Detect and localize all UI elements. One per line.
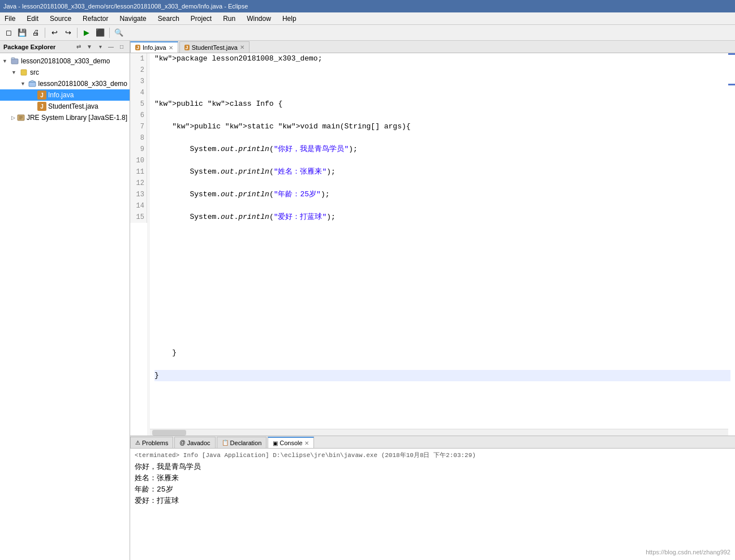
bottom-tab-label-declaration: Declaration	[230, 440, 262, 446]
search-btn[interactable]: 🔍	[113, 27, 125, 39]
sidebar-content: ▼lesson20181008_x303_demo▼src▼lesson2018…	[0, 53, 130, 560]
editor-area[interactable]: 123456789101112131415 "kw">package lesso…	[130, 53, 735, 436]
line-number-1: 1	[132, 53, 144, 64]
sidebar-max-btn[interactable]: □	[117, 42, 126, 51]
line-numbers: 123456789101112131415	[130, 53, 147, 223]
console-output-line: 爱好：打蓝球	[135, 496, 730, 507]
window-title: Java - lesson20181008_x303_demo/src/less…	[3, 3, 248, 10]
menu-item-navigate[interactable]: Navigate	[117, 14, 148, 24]
right-panel: JInfo.java✕JStudentTest.java✕ 1234567891…	[130, 41, 735, 560]
menu-item-refactor[interactable]: Refactor	[80, 14, 110, 24]
menu-bar: FileEditSourceRefactorNavigateSearchProj…	[0, 12, 735, 25]
editor-tab-Info_java[interactable]: JInfo.java✕	[130, 41, 178, 53]
overview-ruler[interactable]	[728, 53, 735, 436]
line-number-7: 7	[132, 121, 144, 132]
toolbar-sep-1	[45, 28, 45, 38]
line-number-10: 10	[132, 155, 144, 166]
menu-item-source[interactable]: Source	[48, 14, 74, 24]
bottom-tab-problems[interactable]: ⚠Problems	[130, 437, 173, 448]
tree-arrow: ▷	[11, 115, 17, 120]
bottom-tab-label-problems: Problems	[142, 440, 168, 446]
tab-java-icon: J	[184, 45, 190, 50]
code-content[interactable]: "kw">package lesson20181008_x303_demo; "…	[150, 53, 735, 393]
sidebar-menu-btn[interactable]: ▾	[96, 42, 105, 51]
toolbar: ◻ 💾 🖨 ↩ ↪ ▶ ⬛ 🔍	[0, 25, 735, 41]
editor-hscroll[interactable]	[150, 429, 728, 436]
bottom-tab-console[interactable]: ▣Console✕	[268, 437, 313, 448]
line-number-4: 4	[132, 87, 144, 98]
menu-item-run[interactable]: Run	[221, 14, 238, 24]
sidebar-header-icons: ⇄ ▼ ▾ — □	[74, 42, 126, 51]
toolbar-sep-3	[109, 28, 110, 38]
back-btn[interactable]: ↩	[48, 27, 61, 39]
tree-item-studenttest.java[interactable]: JStudentTest.java	[0, 101, 130, 112]
svg-rect-1	[11, 58, 15, 59]
bottom-tab-declaration[interactable]: 📋Declaration	[217, 437, 267, 448]
console-content: <terminated> Info [Java Application] D:\…	[130, 449, 735, 560]
tree-arrow: ▼	[20, 81, 28, 87]
bottom-tab-icon-declaration: 📋	[222, 440, 229, 446]
line-number-12: 12	[132, 178, 144, 189]
bottom-tab-close-btn[interactable]: ✕	[304, 440, 309, 446]
svg-rect-3	[29, 82, 36, 87]
code-line-8: System.out.println("爱好：打蓝球");	[154, 212, 730, 223]
debug-btn[interactable]: ⬛	[94, 27, 106, 39]
tree-item-src[interactable]: ▼src	[0, 67, 130, 78]
tree-icon-project	[10, 57, 19, 66]
new-btn[interactable]: ◻	[2, 27, 15, 39]
tree-item-lesson20181008_x303_demo[interactable]: ▼lesson20181008_x303_demo	[0, 78, 130, 89]
console-output-line: 年龄：25岁	[135, 484, 730, 496]
bottom-tab-label-javadoc: Javadoc	[187, 440, 210, 446]
sidebar-title: Package Explorer	[3, 44, 55, 50]
code-line-15: }	[154, 370, 730, 381]
save-btn[interactable]: 💾	[16, 27, 28, 39]
tree-icon-package	[28, 79, 36, 88]
line-number-9: 9	[132, 144, 144, 155]
tree-label: Info.java	[48, 91, 74, 99]
console-header: <terminated> Info [Java Application] D:\…	[135, 451, 730, 459]
line-number-6: 6	[132, 110, 144, 121]
tree-item-lesson20181008_x303_demo[interactable]: ▼lesson20181008_x303_demo	[0, 55, 130, 67]
menu-item-window[interactable]: Window	[244, 14, 273, 24]
watermark: https://blog.csdn.net/zhang992	[646, 549, 730, 555]
code-line-7: System.out.println("年龄：25岁");	[154, 189, 730, 200]
bottom-tab-icon-javadoc: @	[179, 440, 185, 446]
sidebar-collapse-btn[interactable]: ▼	[85, 42, 94, 51]
gutter-left	[147, 53, 150, 436]
code-line-5: System.out.println("你好，我是青鸟学员");	[154, 144, 730, 155]
tab-close-btn[interactable]: ✕	[169, 45, 173, 51]
print-btn[interactable]: 🖨	[29, 27, 42, 39]
bottom-panel: ⚠Problems@Javadoc📋Declaration▣Console✕ <…	[130, 436, 735, 560]
menu-item-search[interactable]: Search	[156, 14, 182, 24]
menu-item-project[interactable]: Project	[188, 14, 214, 24]
run-btn[interactable]: ▶	[80, 27, 93, 39]
bottom-tab-javadoc[interactable]: @Javadoc	[174, 437, 215, 448]
sidebar-min-btn[interactable]: —	[106, 42, 115, 51]
sidebar-sync-btn[interactable]: ⇄	[74, 42, 83, 51]
tree-item-info.java[interactable]: JInfo.java	[0, 89, 130, 101]
menu-item-help[interactable]: Help	[280, 14, 299, 24]
tree-label: lesson20181008_x303_demo	[21, 57, 110, 65]
editor-tab-StudentTest_java[interactable]: JStudentTest.java✕	[179, 41, 250, 53]
line-number-14: 14	[132, 200, 144, 212]
toolbar-sep-2	[77, 28, 78, 38]
menu-item-file[interactable]: File	[2, 14, 18, 24]
tab-java-icon: J	[135, 45, 140, 50]
forward-btn[interactable]: ↪	[62, 27, 74, 39]
sidebar-header: Package Explorer ⇄ ▼ ▾ — □	[0, 41, 130, 53]
tab-label: StudentTest.java	[192, 44, 238, 51]
code-line-4: "kw">public "kw">static "kw">void main(S…	[154, 121, 730, 132]
bottom-tab-label-console: Console	[280, 440, 302, 446]
code-line-3: "kw">public "kw">class Info {	[154, 98, 730, 110]
sidebar: Package Explorer ⇄ ▼ ▾ — □ ▼lesson201810…	[0, 41, 130, 560]
menu-item-edit[interactable]: Edit	[24, 14, 41, 24]
line-number-11: 11	[132, 166, 144, 178]
code-line-11	[154, 279, 730, 291]
console-output-line: 姓名：张雁来	[135, 473, 730, 484]
svg-rect-2	[21, 70, 27, 75]
tree-item-jre_system_library_[javase-1.8][interactable]: ▷JRE System Library [JavaSE-1.8]	[0, 112, 130, 123]
tab-close-btn[interactable]: ✕	[240, 44, 244, 50]
tree-arrow: ▼	[11, 70, 19, 75]
line-number-5: 5	[132, 98, 144, 110]
svg-marker-4	[29, 80, 36, 82]
